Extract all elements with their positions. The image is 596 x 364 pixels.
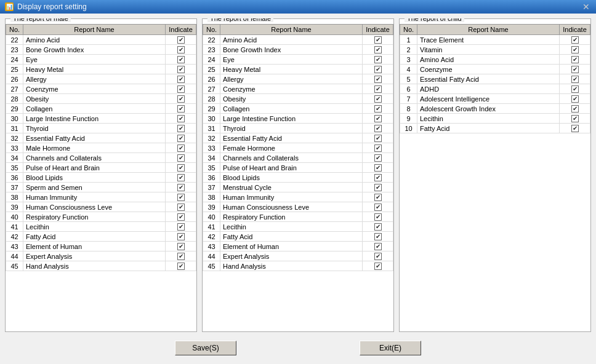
checkbox[interactable]: ✔ xyxy=(177,223,185,231)
checkbox[interactable]: ✔ xyxy=(374,56,382,63)
row-checkbox-cell[interactable]: ✔ xyxy=(166,153,196,163)
row-checkbox-cell[interactable]: ✔ xyxy=(363,232,393,242)
checkbox[interactable]: ✔ xyxy=(571,76,579,83)
row-checkbox-cell[interactable]: ✔ xyxy=(166,212,196,222)
row-checkbox-cell[interactable]: ✔ xyxy=(166,173,196,183)
row-checkbox-cell[interactable]: ✔ xyxy=(166,222,196,232)
checkbox[interactable]: ✔ xyxy=(374,204,382,211)
checkbox[interactable]: ✔ xyxy=(571,66,579,73)
row-checkbox-cell[interactable]: ✔ xyxy=(363,143,393,153)
row-checkbox-cell[interactable]: ✔ xyxy=(166,251,196,261)
checkbox[interactable]: ✔ xyxy=(374,213,382,221)
checkbox[interactable]: ✔ xyxy=(374,66,382,73)
checkbox[interactable]: ✔ xyxy=(177,194,185,201)
checkbox[interactable]: ✔ xyxy=(571,36,579,44)
checkbox[interactable]: ✔ xyxy=(177,213,185,221)
row-checkbox-cell[interactable]: ✔ xyxy=(166,124,196,133)
row-checkbox-cell[interactable]: ✔ xyxy=(363,104,393,114)
row-checkbox-cell[interactable]: ✔ xyxy=(166,114,196,124)
save-button[interactable]: Save(S) xyxy=(175,341,236,355)
checkbox[interactable]: ✔ xyxy=(374,263,382,270)
row-checkbox-cell[interactable]: ✔ xyxy=(363,35,393,45)
checkbox[interactable]: ✔ xyxy=(374,223,382,231)
row-checkbox-cell[interactable]: ✔ xyxy=(363,94,393,104)
checkbox[interactable]: ✔ xyxy=(177,263,185,270)
checkbox[interactable]: ✔ xyxy=(374,184,382,191)
checkbox[interactable]: ✔ xyxy=(374,194,382,201)
checkbox[interactable]: ✔ xyxy=(374,105,382,113)
checkbox[interactable]: ✔ xyxy=(571,95,579,103)
checkbox[interactable]: ✔ xyxy=(374,46,382,53)
row-checkbox-cell[interactable]: ✔ xyxy=(363,242,393,251)
row-checkbox-cell[interactable]: ✔ xyxy=(363,114,393,124)
row-checkbox-cell[interactable]: ✔ xyxy=(166,183,196,192)
row-checkbox-cell[interactable]: ✔ xyxy=(363,45,393,55)
child-table-scroll[interactable]: No. Report Name Indicate 1Trace Element✔… xyxy=(400,24,590,331)
checkbox[interactable]: ✔ xyxy=(177,125,185,132)
checkbox[interactable]: ✔ xyxy=(177,46,185,53)
checkbox[interactable]: ✔ xyxy=(571,105,579,113)
row-checkbox-cell[interactable]: ✔ xyxy=(560,74,590,84)
checkbox[interactable]: ✔ xyxy=(374,144,382,152)
checkbox[interactable]: ✔ xyxy=(571,46,579,53)
checkbox[interactable]: ✔ xyxy=(374,253,382,260)
row-checkbox-cell[interactable]: ✔ xyxy=(166,232,196,242)
row-checkbox-cell[interactable]: ✔ xyxy=(363,55,393,65)
checkbox[interactable]: ✔ xyxy=(177,76,185,83)
row-checkbox-cell[interactable]: ✔ xyxy=(166,55,196,65)
row-checkbox-cell[interactable]: ✔ xyxy=(363,124,393,133)
checkbox[interactable]: ✔ xyxy=(374,95,382,103)
checkbox[interactable]: ✔ xyxy=(374,115,382,122)
row-checkbox-cell[interactable]: ✔ xyxy=(166,104,196,114)
row-checkbox-cell[interactable]: ✔ xyxy=(560,84,590,94)
checkbox[interactable]: ✔ xyxy=(374,125,382,132)
checkbox[interactable]: ✔ xyxy=(177,243,185,250)
checkbox[interactable]: ✔ xyxy=(374,85,382,93)
row-checkbox-cell[interactable]: ✔ xyxy=(363,65,393,74)
row-checkbox-cell[interactable]: ✔ xyxy=(363,222,393,232)
checkbox[interactable]: ✔ xyxy=(177,66,185,73)
exit-button[interactable]: Exit(E) xyxy=(360,341,421,355)
row-checkbox-cell[interactable]: ✔ xyxy=(363,133,393,143)
checkbox[interactable]: ✔ xyxy=(177,36,185,44)
row-checkbox-cell[interactable]: ✔ xyxy=(560,104,590,114)
checkbox[interactable]: ✔ xyxy=(177,233,185,240)
checkbox[interactable]: ✔ xyxy=(177,204,185,211)
row-checkbox-cell[interactable]: ✔ xyxy=(166,74,196,84)
checkbox[interactable]: ✔ xyxy=(374,154,382,162)
checkbox[interactable]: ✔ xyxy=(374,233,382,240)
row-checkbox-cell[interactable]: ✔ xyxy=(166,65,196,74)
checkbox[interactable]: ✔ xyxy=(177,253,185,260)
row-checkbox-cell[interactable]: ✔ xyxy=(560,94,590,104)
row-checkbox-cell[interactable]: ✔ xyxy=(560,55,590,65)
male-table-scroll[interactable]: No. Report Name Indicate 22Amino Acid✔23… xyxy=(6,24,196,331)
checkbox[interactable]: ✔ xyxy=(177,174,185,181)
checkbox[interactable]: ✔ xyxy=(177,95,185,103)
row-checkbox-cell[interactable]: ✔ xyxy=(560,65,590,74)
checkbox[interactable]: ✔ xyxy=(177,184,185,191)
checkbox[interactable]: ✔ xyxy=(177,105,185,113)
row-checkbox-cell[interactable]: ✔ xyxy=(363,74,393,84)
checkbox[interactable]: ✔ xyxy=(571,115,579,122)
row-checkbox-cell[interactable]: ✔ xyxy=(560,114,590,124)
checkbox[interactable]: ✔ xyxy=(374,135,382,142)
checkbox[interactable]: ✔ xyxy=(374,243,382,250)
row-checkbox-cell[interactable]: ✔ xyxy=(166,192,196,202)
row-checkbox-cell[interactable]: ✔ xyxy=(363,251,393,261)
row-checkbox-cell[interactable]: ✔ xyxy=(363,153,393,163)
checkbox[interactable]: ✔ xyxy=(374,174,382,181)
checkbox[interactable]: ✔ xyxy=(571,125,579,132)
close-button[interactable]: ✕ xyxy=(581,2,591,12)
checkbox[interactable]: ✔ xyxy=(177,56,185,63)
checkbox[interactable]: ✔ xyxy=(177,154,185,162)
row-checkbox-cell[interactable]: ✔ xyxy=(166,242,196,251)
row-checkbox-cell[interactable]: ✔ xyxy=(363,84,393,94)
row-checkbox-cell[interactable]: ✔ xyxy=(560,124,590,133)
checkbox[interactable]: ✔ xyxy=(177,115,185,122)
row-checkbox-cell[interactable]: ✔ xyxy=(166,133,196,143)
row-checkbox-cell[interactable]: ✔ xyxy=(166,143,196,153)
checkbox[interactable]: ✔ xyxy=(374,76,382,83)
female-table-scroll[interactable]: No. Report Name Indicate 22Amino Acid✔23… xyxy=(203,24,393,331)
checkbox[interactable]: ✔ xyxy=(177,135,185,142)
row-checkbox-cell[interactable]: ✔ xyxy=(166,35,196,45)
